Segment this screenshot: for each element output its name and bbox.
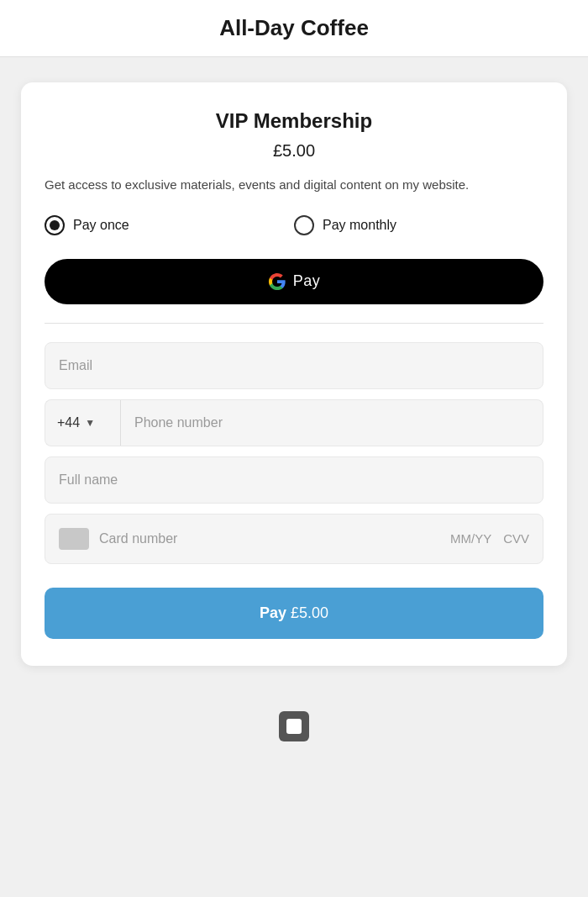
square-logo-inner	[286, 719, 302, 734]
membership-title: VIP Membership	[45, 109, 543, 133]
phone-input[interactable]	[120, 399, 543, 446]
pay-monthly-radio[interactable]	[294, 215, 314, 235]
app-header: All-Day Coffee	[0, 0, 588, 57]
pay-once-radio[interactable]	[45, 215, 65, 235]
pay-monthly-option[interactable]: Pay monthly	[294, 215, 543, 235]
membership-price: £5.00	[45, 141, 543, 161]
expiry-label: MM/YY	[450, 531, 491, 546]
chevron-down-icon: ▼	[85, 417, 95, 429]
pay-button-label-plain: Pay	[260, 604, 286, 621]
card-icon	[59, 528, 89, 550]
footer	[0, 691, 588, 762]
phone-country-selector[interactable]: +44 ▼	[45, 399, 120, 446]
email-input[interactable]	[45, 342, 543, 389]
pay-monthly-label: Pay monthly	[323, 218, 396, 233]
phone-country-code: +44	[57, 415, 80, 430]
google-pay-label: Pay	[293, 272, 321, 290]
pay-once-option[interactable]: Pay once	[45, 215, 294, 235]
phone-row: +44 ▼	[45, 399, 543, 446]
cvv-label: CVV	[503, 531, 529, 546]
form-fields: +44 ▼ MM/YY CVV	[45, 342, 543, 564]
pay-button[interactable]: Pay £5.00	[45, 588, 543, 639]
card-number-input[interactable]	[99, 531, 440, 546]
main-content: VIP Membership £5.00 Get access to exclu…	[0, 57, 588, 691]
square-logo	[279, 711, 309, 741]
payment-options: Pay once Pay monthly	[45, 215, 543, 235]
card-expiry-cvv: MM/YY CVV	[450, 531, 529, 546]
pay-once-radio-fill	[50, 220, 60, 230]
pay-once-label: Pay once	[73, 218, 129, 233]
fullname-input[interactable]	[45, 456, 543, 504]
payment-card: VIP Membership £5.00 Get access to exclu…	[21, 82, 567, 666]
google-g-icon	[268, 272, 286, 291]
section-divider	[45, 323, 543, 324]
membership-description: Get access to exclusive materials, event…	[45, 176, 543, 195]
google-pay-button[interactable]: Pay	[45, 259, 543, 304]
card-number-row: MM/YY CVV	[45, 514, 543, 564]
pay-button-label-amount: £5.00	[291, 604, 328, 621]
app-title: All-Day Coffee	[219, 15, 369, 40]
